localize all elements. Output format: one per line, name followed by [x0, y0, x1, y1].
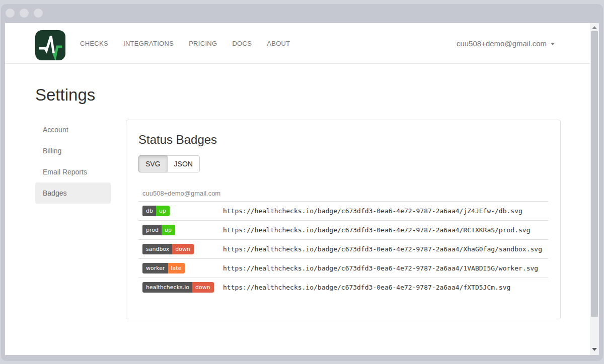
window-control-dot[interactable]	[20, 9, 29, 18]
badge-status-label: down	[172, 244, 194, 254]
badge-cell: healthchecks.io down	[138, 282, 223, 293]
page-title: Settings	[35, 85, 95, 105]
scroll-up-icon[interactable]	[592, 26, 597, 29]
account-menu[interactable]: cuu508+demo@gmail.com	[457, 23, 555, 64]
status-badge: worker late	[142, 263, 185, 274]
badge-cell: db up	[138, 206, 223, 216]
badge-name-label: healthchecks.io	[142, 282, 192, 293]
badge-cell: sandbox down	[138, 244, 223, 254]
badge-status-label: down	[192, 282, 214, 293]
scroll-down-icon[interactable]	[592, 348, 597, 351]
nav-link-pricing[interactable]: PRICING	[189, 40, 217, 47]
browser-window: CHECKSINTEGRATIONSPRICINGDOCSABOUT cuu50…	[1, 4, 603, 361]
format-tab-svg[interactable]: SVG	[138, 155, 168, 172]
badge-url: https://healthchecks.io/badge/c673dfd3-0…	[223, 207, 522, 215]
status-badges-panel: Status Badges SVGJSON cuu508+demo@gmail.…	[126, 120, 561, 319]
status-badge: sandbox down	[142, 244, 194, 254]
nav-link-checks[interactable]: CHECKS	[80, 40, 108, 47]
badge-name-label: db	[142, 206, 156, 216]
vertical-scrollbar[interactable]	[590, 23, 599, 355]
badge-row: db up https://healthchecks.io/badge/c673…	[138, 201, 548, 220]
healthchecks-logo[interactable]	[35, 30, 65, 60]
badge-name-label: worker	[142, 263, 168, 274]
nav-link-docs[interactable]: DOCS	[232, 40, 252, 47]
badge-row: prod up https://healthchecks.io/badge/c6…	[138, 220, 548, 239]
nav-link-integrations[interactable]: INTEGRATIONS	[123, 40, 174, 47]
format-tab-json[interactable]: JSON	[167, 155, 200, 172]
badge-status-label: up	[156, 206, 170, 216]
nav-links: CHECKSINTEGRATIONSPRICINGDOCSABOUT	[80, 23, 290, 64]
window-control-dot[interactable]	[34, 9, 43, 18]
badge-status-label: up	[162, 225, 175, 235]
badge-url: https://healthchecks.io/badge/c673dfd3-0…	[223, 226, 530, 234]
badge-row: healthchecks.io down https://healthcheck…	[138, 278, 548, 297]
top-navbar: CHECKSINTEGRATIONSPRICINGDOCSABOUT cuu50…	[5, 23, 599, 64]
badge-name-label: prod	[142, 225, 162, 235]
scrollbar-thumb[interactable]	[591, 31, 598, 317]
badge-name-label: sandbox	[142, 244, 172, 254]
badge-status-label: late	[168, 263, 185, 274]
project-label: cuu508+demo@gmail.com	[138, 190, 548, 197]
badge-cell: prod up	[138, 225, 223, 235]
sidebar-item-email-reports[interactable]: Email Reports	[35, 161, 111, 183]
nav-link-about[interactable]: ABOUT	[267, 40, 290, 47]
badge-row: worker late https://healthchecks.io/badg…	[138, 258, 548, 278]
settings-sidebar: AccountBillingEmail ReportsBadges	[35, 119, 111, 204]
badge-url: https://healthchecks.io/badge/c673dfd3-0…	[223, 284, 510, 291]
sidebar-item-billing[interactable]: Billing	[35, 140, 111, 161]
sidebar-item-account[interactable]: Account	[35, 119, 111, 140]
badge-url: https://healthchecks.io/badge/c673dfd3-0…	[223, 264, 538, 272]
window-control-dot[interactable]	[6, 9, 15, 18]
format-toggle-group: SVGJSON	[138, 155, 200, 172]
badge-cell: worker late	[138, 263, 223, 274]
window-titlebar	[1, 4, 603, 23]
panel-title: Status Badges	[138, 133, 548, 147]
status-badge: healthchecks.io down	[142, 282, 214, 293]
badge-row: sandbox down https://healthchecks.io/bad…	[138, 239, 548, 258]
chevron-down-icon	[551, 43, 555, 45]
badge-table-body: db up https://healthchecks.io/badge/c673…	[138, 201, 548, 297]
status-badge: prod up	[142, 225, 175, 235]
status-badge: db up	[142, 206, 170, 216]
account-email: cuu508+demo@gmail.com	[457, 39, 547, 48]
badge-url: https://healthchecks.io/badge/c673dfd3-0…	[223, 245, 542, 253]
app-viewport: CHECKSINTEGRATIONSPRICINGDOCSABOUT cuu50…	[5, 23, 599, 355]
sidebar-item-badges[interactable]: Badges	[35, 183, 111, 204]
